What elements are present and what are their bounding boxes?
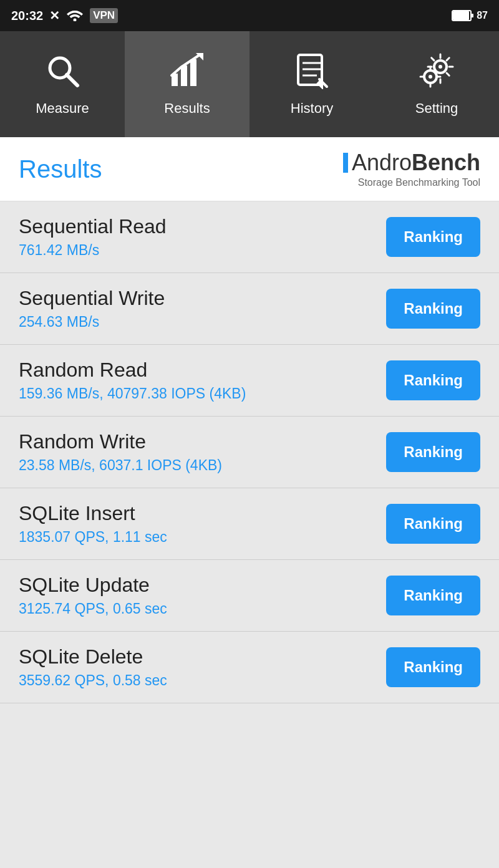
time-display: 20:32 [11,9,43,23]
setting-icon [418,52,455,94]
brand-logo: AndroBench Storage Benchmarking Tool [343,150,480,188]
benchmark-name: SQLite Update [19,574,386,597]
benchmark-row: Random Write23.58 MB/s, 6037.1 IOPS (4KB… [0,417,499,488]
ranking-button[interactable]: Ranking [386,504,480,544]
benchmark-info: Sequential Write254.63 MB/s [19,287,386,330]
svg-line-5 [67,75,77,85]
measure-icon [44,52,81,94]
benchmark-info: SQLite Update3125.74 QPS, 0.65 sec [19,574,386,617]
tab-history-label: History [291,100,333,117]
brand-accent-bar [343,153,348,173]
benchmark-name: Random Read [19,359,386,382]
tab-measure-label: Measure [36,100,89,117]
ranking-button[interactable]: Ranking [386,647,480,687]
tab-measure[interactable]: Measure [0,31,125,137]
benchmark-info: Sequential Read761.42 MB/s [19,215,386,259]
benchmark-value: 1835.07 QPS, 1.11 sec [19,529,386,546]
ranking-button[interactable]: Ranking [386,576,480,615]
benchmark-name: Random Write [19,430,386,453]
benchmark-value: 3125.74 QPS, 0.65 sec [19,600,386,617]
tab-history[interactable]: History [250,31,374,137]
tab-bar: Measure Results History [0,31,499,137]
benchmark-name: SQLite Delete [19,645,386,668]
benchmark-value: 761.42 MB/s [19,242,386,259]
status-right: 87 [452,9,488,22]
benchmark-info: Random Write23.58 MB/s, 6037.1 IOPS (4KB… [19,430,386,474]
benchmark-list: Sequential Read761.42 MB/sRankingSequent… [0,201,499,703]
benchmark-info: SQLite Insert1835.07 QPS, 1.11 sec [19,502,386,546]
benchmark-info: Random Read159.36 MB/s, 40797.38 IOPS (4… [19,359,386,402]
notification-icon: ✕ [49,8,60,23]
benchmark-value: 23.58 MB/s, 6037.1 IOPS (4KB) [19,457,386,474]
benchmark-name: Sequential Write [19,287,386,310]
status-left: 20:32 ✕ VPN [11,7,118,24]
benchmark-name: SQLite Insert [19,502,386,525]
results-header: Results AndroBench Storage Benchmarking … [0,137,499,201]
wifi-icon [66,7,84,24]
ranking-button[interactable]: Ranking [386,217,480,257]
tab-results[interactable]: Results [125,31,250,137]
svg-point-19 [429,75,432,79]
vpn-icon: VPN [90,8,118,23]
benchmark-row: Sequential Write254.63 MB/sRanking [0,273,499,345]
tab-setting-label: Setting [415,100,458,117]
ranking-button[interactable]: Ranking [386,432,480,472]
svg-point-0 [74,18,77,21]
benchmark-value: 3559.62 QPS, 0.58 sec [19,672,386,689]
history-icon [293,52,331,94]
status-bar: 20:32 ✕ VPN 87 [0,0,499,31]
benchmark-name: Sequential Read [19,215,386,238]
svg-rect-2 [453,11,469,20]
benchmark-row: SQLite Update3125.74 QPS, 0.65 secRankin… [0,560,499,632]
benchmark-row: SQLite Insert1835.07 QPS, 1.11 secRankin… [0,488,499,560]
benchmark-info: SQLite Delete3559.62 QPS, 0.58 sec [19,645,386,689]
benchmark-row: Sequential Read761.42 MB/sRanking [0,201,499,273]
benchmark-row: SQLite Delete3559.62 QPS, 0.58 secRankin… [0,632,499,703]
battery-icon: 87 [452,9,488,22]
ranking-button[interactable]: Ranking [386,360,480,400]
svg-rect-8 [190,59,196,86]
results-page-title: Results [19,155,102,183]
svg-point-17 [438,65,442,69]
brand-name: AndroBench [352,150,480,176]
benchmark-value: 159.36 MB/s, 40797.38 IOPS (4KB) [19,385,386,402]
brand-subtitle: Storage Benchmarking Tool [358,177,480,188]
brand-name-wrap: AndroBench [343,150,480,176]
svg-rect-3 [471,14,473,17]
ranking-button[interactable]: Ranking [386,289,480,329]
results-icon [168,52,206,94]
tab-results-label: Results [164,100,210,117]
tab-setting[interactable]: Setting [374,31,499,137]
benchmark-row: Random Read159.36 MB/s, 40797.38 IOPS (4… [0,345,499,417]
benchmark-value: 254.63 MB/s [19,314,386,330]
svg-rect-7 [181,65,187,86]
